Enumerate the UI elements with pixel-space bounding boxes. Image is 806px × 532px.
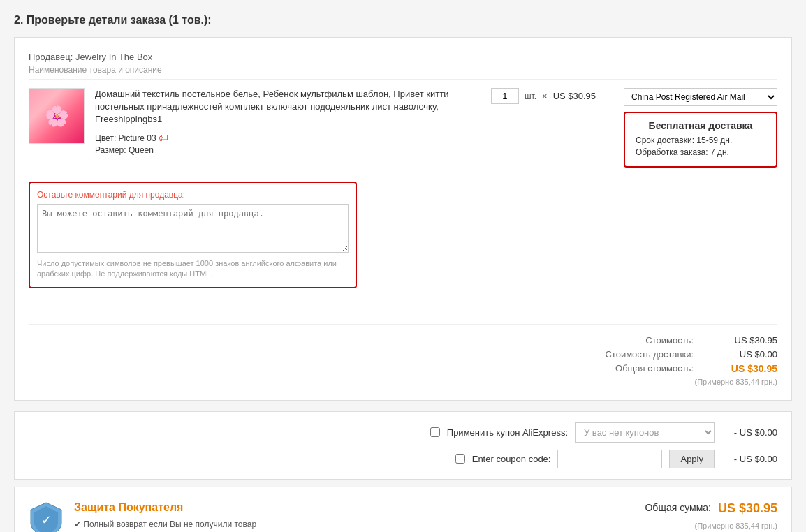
protection-item-1: ✔ Полный возврат если Вы не получили тов… [74, 519, 270, 529]
footer-section: ✓ Защита Покупателя ✔ Полный возврат есл… [14, 487, 792, 532]
svg-text:✓: ✓ [41, 513, 52, 527]
product-details: Домашний текстиль постельное белье, Ребе… [95, 88, 463, 157]
aliexpress-coupon-label: Применить купон AliExpress: [447, 427, 568, 438]
seller-label: Продавец: [29, 52, 73, 62]
footer-total-label: Общая сумма: US $30.95 [644, 501, 777, 518]
total-cost-value: US $30.95 [708, 363, 777, 374]
product-price: US $30.95 [553, 91, 596, 101]
free-shipping-badge: Бесплатная доставка Срок доставки: 15-59… [624, 112, 777, 168]
coupon-code-checkbox[interactable] [455, 454, 465, 464]
code-discount: - US $0.00 [721, 454, 777, 464]
comment-hint: Число допустимых символов не превышает 1… [37, 258, 349, 280]
product-name: Домашний текстиль постельное белье, Ребе… [95, 88, 463, 126]
comment-section: Оставьте комментарий для продавца: Число… [29, 182, 357, 288]
aliexpress-coupon-discount: - US $0.00 [721, 427, 777, 438]
cost-value: US $30.95 [708, 335, 777, 346]
order-total-section: Общая сумма: US $30.95 (Примерно 835,44 … [644, 501, 777, 532]
seller-name: Jewelry In The Box [75, 52, 152, 62]
shipping-cost-value: US $0.00 [708, 349, 777, 360]
buyer-protection: ✓ Защита Покупателя ✔ Полный возврат есл… [29, 501, 270, 532]
comment-label: Оставьте комментарий для продавца: [37, 190, 349, 200]
page-title: 2. Проверьте детали заказа (1 тов.): [14, 14, 792, 27]
footer-total-amount: US $30.95 [718, 501, 777, 516]
total-cost-label: Общая стоимость: [582, 363, 708, 374]
delivery-time: Срок доставки: 15-59 дн. [636, 135, 765, 145]
order-summary: Стоимость: US $30.95 Стоимость доставки:… [29, 324, 777, 386]
protection-info: Защита Покупателя ✔ Полный возврат если … [74, 501, 270, 532]
seller-info: Продавец: Jewelry In The Box [29, 52, 777, 62]
shipping-box: China Post Registered Air Mail Бесплатна… [624, 88, 777, 168]
shipping-method-select[interactable]: China Post Registered Air Mail [624, 88, 777, 106]
multiply-symbol: × [542, 91, 548, 101]
protection-title: Защита Покупателя [74, 501, 270, 514]
cost-label: Стоимость: [582, 335, 708, 346]
product-qty-price: шт. × US $30.95 [474, 88, 613, 104]
quantity-input[interactable] [491, 88, 519, 104]
product-color: Цвет: Picture 03 🏷 [95, 132, 463, 143]
coupon-code-input[interactable] [557, 450, 662, 468]
total-approx: (Примерно 835,44 грн.) [694, 378, 777, 386]
product-size: Размер: Queen [95, 145, 463, 155]
apply-button[interactable]: Apply [669, 450, 715, 468]
processing-time: Обработка заказа: 7 дн. [636, 147, 765, 157]
unit-label: шт. [525, 91, 536, 101]
aliexpress-coupon-checkbox[interactable] [430, 427, 440, 437]
column-headers: Наименование товара и описание [29, 65, 777, 80]
coupon-code-label: Enter coupon code: [472, 454, 551, 464]
free-shipping-title: Бесплатная доставка [636, 120, 765, 131]
coupon-section: Применить купон AliExpress: У вас нет ку… [14, 411, 792, 480]
comment-textarea[interactable] [37, 204, 349, 253]
shield-icon: ✓ [29, 501, 64, 532]
shipping-cost-label: Стоимость доставки: [582, 349, 708, 360]
aliexpress-coupon-select[interactable]: У вас нет купонов [575, 422, 715, 443]
product-image [29, 88, 85, 144]
footer-total-approx: (Примерно 835,44 грн.) [644, 522, 777, 530]
